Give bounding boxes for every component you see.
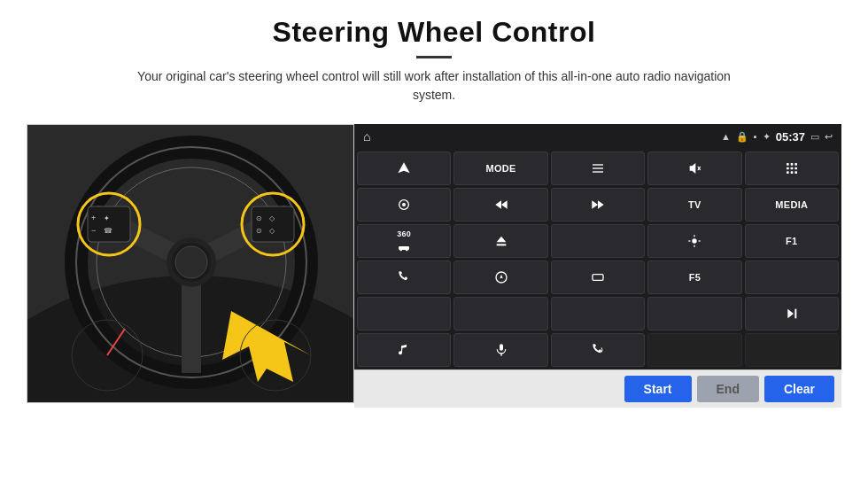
svg-text:◇: ◇ [269,227,275,235]
bluetooth-icon: ✦ [763,131,771,143]
svg-point-54 [693,238,697,243]
btn-radio[interactable] [551,224,645,258]
btn-empty-1 [647,333,741,367]
svg-text:−: − [91,226,96,235]
svg-rect-35 [790,163,793,166]
svg-point-50 [400,248,403,251]
svg-text:⊙: ⊙ [256,227,262,235]
btn-settings-circle[interactable] [357,188,451,222]
btn-f5[interactable] [647,297,741,330]
svg-marker-52 [496,237,506,243]
svg-text:◇: ◇ [269,214,275,222]
svg-marker-46 [501,200,508,208]
btn-f4[interactable] [551,297,645,330]
lock-icon: 🔒 [736,131,748,143]
end-button[interactable]: End [697,376,759,402]
page-title: Steering Wheel Control [124,16,744,49]
content-row: + ✦ − ☎ ⊙ ◇ ⊙ ◇ [27,124,841,408]
status-left: ⌂ [363,129,370,144]
svg-marker-45 [495,200,501,208]
svg-rect-42 [794,171,797,174]
btn-navigate[interactable] [357,152,451,185]
clear-button[interactable]: Clear [764,376,834,402]
sim-icon: ▪ [754,131,757,142]
svg-rect-37 [787,167,789,170]
svg-rect-53 [496,244,506,245]
btn-f3[interactable] [453,297,547,330]
svg-rect-40 [787,171,789,174]
svg-rect-36 [794,163,797,166]
btn-eq[interactable]: F5 [647,260,741,294]
svg-marker-27 [399,162,410,173]
btn-phone[interactable] [357,260,451,294]
btn-list[interactable] [551,152,645,185]
btn-mode[interactable]: MODE [453,152,547,185]
action-bar: Start End Clear [354,369,841,408]
btn-empty-2 [745,333,839,367]
steering-wheel-image: + ✦ − ☎ ⊙ ◇ ⊙ ◇ [27,124,354,403]
svg-rect-34 [787,163,789,166]
time-display: 05:37 [776,130,805,144]
btn-dvd[interactable]: F1 [745,224,839,258]
status-right: ▲ 🔒 ▪ ✦ 05:37 ▭ ↩ [721,130,833,144]
svg-point-44 [402,203,406,206]
svg-text:✦: ✦ [104,214,110,222]
svg-rect-60 [593,275,603,281]
svg-rect-29 [593,167,603,168]
btn-mute[interactable] [647,152,741,185]
wifi-icon: ▲ [721,131,731,142]
page-container: Steering Wheel Control Your original car… [0,0,868,482]
btn-360-car[interactable]: 360 [357,224,451,258]
svg-point-51 [406,248,408,251]
btn-play-pause[interactable] [745,297,839,330]
svg-rect-18 [252,206,294,242]
btn-forward[interactable] [551,188,645,222]
svg-rect-41 [790,171,793,174]
button-grid: MODE TV [354,149,841,369]
svg-text:⊙: ⊙ [256,214,262,222]
btn-rectangle[interactable] [551,260,645,294]
svg-text:☎: ☎ [104,227,112,235]
svg-text:+: + [91,214,96,222]
screen-icon: ▭ [810,131,819,143]
btn-phone-volume[interactable] [551,333,645,367]
btn-brightness[interactable] [647,224,741,258]
svg-rect-38 [790,167,793,170]
back-icon: ↩ [825,131,833,143]
btn-grid[interactable] [745,152,839,185]
svg-rect-62 [794,309,796,319]
btn-f1[interactable] [745,260,839,294]
svg-rect-63 [500,344,503,350]
btn-media[interactable]: MEDIA [745,188,839,222]
btn-f2[interactable] [357,297,451,330]
controls-panel: ⌂ ▲ 🔒 ▪ ✦ 05:37 ▭ ↩ MODE [354,124,841,408]
btn-eject[interactable] [453,224,547,258]
svg-marker-47 [592,200,598,208]
btn-rewind[interactable] [453,188,547,222]
svg-rect-28 [593,164,603,165]
status-bar: ⌂ ▲ 🔒 ▪ ✦ 05:37 ▭ ↩ [354,124,841,149]
btn-microphone[interactable] [453,333,547,367]
svg-rect-30 [593,171,603,172]
page-subtitle: Your original car's steering wheel contr… [124,67,744,105]
svg-point-10 [175,246,207,278]
title-divider [416,56,452,58]
svg-marker-31 [690,163,696,174]
home-icon: ⌂ [363,129,370,144]
btn-compass[interactable] [453,260,547,294]
btn-tv[interactable]: TV [647,188,741,222]
start-button[interactable]: Start [624,376,692,402]
svg-rect-39 [794,167,797,170]
btn-music-note[interactable] [357,333,451,367]
title-section: Steering Wheel Control Your original car… [124,16,744,117]
svg-marker-61 [787,309,794,319]
svg-rect-12 [88,206,130,242]
svg-marker-48 [598,200,604,208]
